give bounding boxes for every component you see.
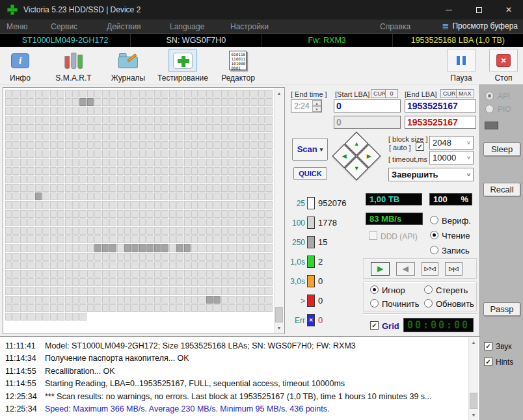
end-lba-max-button[interactable]: MAX <box>456 89 474 98</box>
scan-block <box>146 270 153 278</box>
seek-end-button[interactable]: ▷|◁ <box>445 262 463 276</box>
pause-button[interactable]: Пауза <box>447 49 476 83</box>
passp-button[interactable]: Passp <box>483 302 520 316</box>
scroll-down-icon[interactable]: ▼ <box>469 410 478 420</box>
scan-block <box>236 210 243 218</box>
menu-item-menu[interactable]: Меню <box>7 22 27 31</box>
scan-block <box>191 210 198 218</box>
action-refresh-radio[interactable] <box>424 299 433 308</box>
scan-block <box>20 261 27 269</box>
menu-item-settings[interactable]: Настройки <box>230 22 269 31</box>
scan-block <box>139 124 146 132</box>
timeout-combo[interactable]: 10000˅ <box>429 151 474 164</box>
scan-block <box>57 253 64 261</box>
scan-block <box>131 261 138 269</box>
info-tab-button[interactable]: i Инфо <box>6 49 34 83</box>
hints-checkbox[interactable]: ✓ <box>484 358 492 366</box>
scan-block <box>213 278 220 286</box>
counter-row: 25952076 <box>288 197 363 209</box>
recall-button[interactable]: Recall <box>483 183 520 196</box>
scan-block <box>169 159 176 166</box>
scan-block <box>161 296 168 304</box>
scan-block <box>117 253 124 261</box>
quick-button[interactable]: QUICK <box>293 167 327 180</box>
scan-button[interactable]: Scan▾ <box>292 138 328 161</box>
start-lba-input[interactable]: 0 <box>334 99 401 112</box>
scan-block <box>184 107 191 114</box>
scan-block <box>184 261 191 269</box>
testing-tab-button[interactable]: Тестирование <box>157 49 208 83</box>
scan-block <box>35 296 42 304</box>
minimize-button[interactable] <box>435 0 463 20</box>
scan-block <box>243 90 250 98</box>
counter-label: Err <box>288 316 305 325</box>
scan-block <box>139 244 146 252</box>
end-lba-input[interactable]: 1953525167 <box>405 99 476 112</box>
scan-block <box>250 159 257 166</box>
scan-block <box>250 192 257 200</box>
sleep-button[interactable]: Sleep <box>483 142 520 156</box>
action-erase-radio[interactable] <box>424 285 433 294</box>
close-button[interactable]: ✕ <box>494 0 523 20</box>
grid-checkbox[interactable]: ✓ <box>370 321 379 330</box>
scan-block <box>191 167 198 175</box>
menu-item-service[interactable]: Сервис <box>51 22 77 31</box>
editor-tab-button[interactable]: 0101101100111010000001 Редактор <box>221 49 255 83</box>
scan-block <box>72 90 79 98</box>
mode-write-radio[interactable] <box>430 246 438 254</box>
mode-verify-radio[interactable] <box>430 216 438 224</box>
scan-block <box>65 159 72 166</box>
scan-scroll-thumb[interactable] <box>275 307 283 322</box>
scan-block <box>258 201 265 209</box>
scan-map-scrollbar[interactable]: ▲ ▼ <box>274 88 284 333</box>
mode-read-radio[interactable] <box>430 231 438 239</box>
scan-block <box>65 176 72 183</box>
scan-block <box>50 218 57 226</box>
scroll-up-icon[interactable]: ▲ <box>469 337 478 347</box>
sound-checkbox[interactable]: ✓ <box>484 342 492 350</box>
start-lba-zero-button[interactable]: 0 <box>385 89 398 98</box>
scan-block <box>131 287 138 295</box>
maximize-button[interactable] <box>464 0 493 20</box>
journals-tab-button[interactable]: Журналы <box>111 49 145 83</box>
spin-down-icon[interactable]: ▼ <box>312 106 321 112</box>
action-remap-radio[interactable] <box>370 299 379 308</box>
scan-block <box>42 116 49 124</box>
scroll-down-icon[interactable]: ▼ <box>275 323 284 333</box>
menu-item-language[interactable]: Language <box>170 22 204 31</box>
play-backward-button[interactable]: ◀ <box>396 262 415 276</box>
log-scrollbar[interactable]: ▲ ▼ <box>468 337 478 420</box>
counter-swatch <box>307 197 315 209</box>
log-scroll-thumb[interactable] <box>470 393 477 409</box>
scan-block <box>27 159 34 166</box>
scan-block <box>243 201 250 209</box>
stop-button[interactable]: ✕ Стоп <box>489 49 518 83</box>
scan-block <box>35 227 42 235</box>
seek-question-button[interactable]: ▷?◁ <box>422 262 438 276</box>
scan-block <box>161 141 168 149</box>
spin-up-icon[interactable]: ▲ <box>312 100 321 106</box>
scan-block <box>79 278 86 286</box>
scan-block <box>87 227 94 235</box>
action-ignore-radio[interactable] <box>370 285 379 294</box>
menu-item-help[interactable]: Справка <box>380 22 410 31</box>
scan-block <box>161 261 168 269</box>
scan-block <box>228 184 235 192</box>
smart-tab-button[interactable]: S.M.A.R.T <box>55 49 91 83</box>
scan-block <box>265 116 272 124</box>
after-action-combo[interactable]: Завершить˅ <box>388 168 474 181</box>
scan-block <box>87 270 94 278</box>
block-size-combo[interactable]: 2048˅ <box>429 136 474 150</box>
scroll-up-icon[interactable]: ▲ <box>275 88 284 98</box>
scan-block <box>191 116 198 124</box>
end-time-spinner[interactable]: 2:24 ▲ ▼ <box>291 99 322 112</box>
scan-block <box>176 261 183 269</box>
auto-checkbox[interactable]: ✓ <box>416 142 424 151</box>
scan-block <box>42 287 49 295</box>
scan-block <box>139 167 146 175</box>
play-forward-button[interactable]: ▶ <box>371 262 390 276</box>
menu-item-actions[interactable]: Действия <box>107 22 141 31</box>
scan-block <box>265 184 272 192</box>
scan-block <box>57 116 64 124</box>
buffer-view-button[interactable]: ≣ Просмотр буфера <box>442 21 518 31</box>
